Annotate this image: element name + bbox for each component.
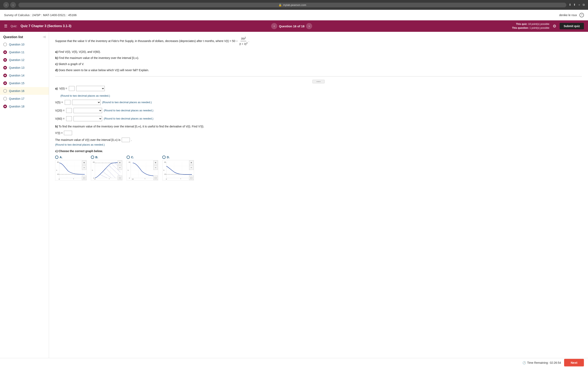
v20-row: V(20) = (Round to two decimal places as … [55, 108, 582, 113]
graph-a-zoom-out[interactable]: − [82, 165, 86, 170]
sidebar-item-q12[interactable]: Question 12 [0, 56, 49, 64]
help-button[interactable]: ? [579, 13, 584, 17]
time-value: 02:26:54 [550, 361, 561, 364]
v20-input[interactable] [66, 108, 72, 113]
q11-radio [3, 50, 7, 54]
sidebar-item-q16[interactable]: Question 16 [0, 87, 49, 95]
time-remaining: 🕐 Time Remaining: 02:26:54 [522, 361, 561, 364]
v0-row: a) V(0) = [55, 86, 582, 91]
q15-radio [3, 81, 7, 85]
back-button[interactable]: ‹ [3, 2, 9, 8]
collapse-sidebar-button[interactable]: ⊣ [43, 35, 45, 39]
next-question-button[interactable]: › [306, 23, 312, 29]
graph-d-radio[interactable] [162, 156, 165, 159]
vprime-row: V′(t) = [55, 131, 582, 135]
share-icon[interactable]: ⬆ [573, 3, 576, 7]
graph-b-zoom-in[interactable]: + [118, 160, 122, 165]
graph-c-zoom-btns: + − [153, 160, 158, 170]
graph-d-zoom-in[interactable]: + [189, 160, 194, 165]
svg-text:60: 60 [57, 161, 59, 163]
sidebar-item-q15[interactable]: Question 15 [0, 79, 49, 87]
graph-b-expand[interactable]: ⬚ [118, 175, 122, 180]
max-round-note: (Round to two decimal places as needed.) [55, 143, 105, 146]
graph-option-c: C. 40 [127, 156, 158, 180]
new-tab-icon[interactable]: ＋ [578, 3, 581, 7]
graph-a-zoom-in[interactable]: + [82, 160, 86, 165]
address-bar[interactable]: 🔒 mylab.pearson.com [18, 3, 566, 7]
sidebar-item-q13[interactable]: Question 13 [0, 64, 49, 72]
svg-text:40: 40 [129, 161, 130, 163]
v0-dropdown[interactable] [76, 86, 105, 91]
download-icon[interactable]: ⬇ [569, 3, 571, 7]
svg-text:60: 60 [164, 161, 166, 163]
graph-b-radio[interactable] [91, 156, 94, 159]
quiz-label: Quiz: [11, 25, 17, 28]
max-value-row: The maximum value of V(t) over the inter… [55, 138, 582, 142]
graph-a-zoom-btns: + − [82, 160, 86, 170]
settings-button[interactable]: ⚙ [553, 24, 556, 29]
graph-d-container: 60 10 40 0 t V + [162, 160, 194, 180]
max-value-input[interactable] [122, 138, 130, 142]
graphs-row: A. [55, 156, 582, 180]
next-button[interactable]: Next [564, 359, 584, 366]
sidebar-item-q14[interactable]: Question 14 [0, 72, 49, 79]
graph-c-zoom-in[interactable]: + [153, 160, 158, 165]
q15-label: Question 15 [9, 82, 25, 85]
part-a-label: a) [55, 87, 58, 90]
graph-c-radio[interactable] [127, 156, 130, 159]
graph-c-zoom-out[interactable]: − [153, 165, 158, 170]
v5-dropdown[interactable] [72, 100, 101, 105]
graph-d-expand[interactable]: ⬚ [189, 175, 194, 180]
sidebar-item-q11[interactable]: Question 11 [0, 48, 49, 56]
part-b-text: Find the maximum value of the inventory … [59, 56, 139, 59]
v20-dropdown[interactable] [73, 108, 102, 113]
svg-text:20: 20 [93, 161, 95, 163]
part-d-bold: d) [55, 68, 58, 72]
q10-label: Question 10 [9, 43, 25, 46]
q17-label: Question 17 [9, 97, 25, 100]
window-icon[interactable]: ⧉ [583, 3, 585, 7]
graph-c-expand[interactable]: ⬚ [153, 175, 158, 180]
graph-a-header: A. [55, 156, 87, 159]
q18-radio [3, 105, 7, 108]
browser-nav-buttons: ‹ › [3, 2, 16, 8]
graph-a-label: A. [60, 156, 62, 159]
app-header-right: denike le roux ? [559, 13, 584, 17]
menu-icon[interactable]: ☰ [4, 24, 7, 28]
graph-d-zoom-out[interactable]: − [189, 165, 194, 170]
url-text: mylab.pearson.com [283, 3, 306, 7]
graph-b-zoom-out[interactable]: − [118, 165, 122, 170]
browser-chrome: ‹ › 🔒 mylab.pearson.com ⬇ ⬆ ＋ ⧉ [0, 0, 588, 10]
vprime-input[interactable] [64, 131, 72, 135]
graph-c-container: 40 0 60 10 t V + − ⬚ [127, 160, 158, 180]
max-value-text: The maximum value of V(t) over the inter… [55, 138, 121, 142]
content-area: Suppose that the value V of the inventor… [49, 32, 588, 358]
svg-text:V: V [56, 170, 58, 171]
question-points-label: This question: [512, 26, 529, 29]
graph-a-radio[interactable] [55, 156, 58, 159]
graph-a-expand[interactable]: ⬚ [82, 175, 86, 180]
q10-radio [3, 43, 7, 46]
sidebar-item-q10[interactable]: Question 10 [0, 41, 49, 48]
quiz-points-value: 18 point(s) possible [528, 23, 549, 25]
graph-option-b: B. 20 [91, 156, 122, 180]
sidebar-item-q17[interactable]: Question 17 [0, 95, 49, 103]
prev-question-button[interactable]: ‹ [271, 23, 277, 29]
part-c-label: c) Choose the correct graph below. [55, 150, 582, 153]
quiz-points-info: This quiz: 18 point(s) possible This que… [512, 22, 549, 30]
expand-button[interactable]: • • • [312, 80, 325, 83]
v0-input[interactable] [69, 86, 75, 91]
v60-dropdown[interactable] [73, 116, 102, 121]
sidebar-item-q18[interactable]: Question 18 [0, 103, 49, 110]
forward-button[interactable]: › [10, 2, 16, 8]
graph-b-label: B. [95, 156, 98, 159]
graph-c-label: C. [131, 156, 134, 159]
v5-row: V(5) = (Round to two decimal places as n… [55, 100, 582, 105]
q13-radio [3, 66, 7, 69]
graph-d-header: D. [162, 156, 194, 159]
v60-input[interactable] [66, 116, 72, 121]
part-b-section: b) To find the maximum value of the inve… [55, 124, 582, 146]
v5-input[interactable] [65, 100, 70, 105]
svg-text:V: V [163, 170, 165, 171]
submit-quiz-button[interactable]: Submit quiz [560, 23, 584, 29]
